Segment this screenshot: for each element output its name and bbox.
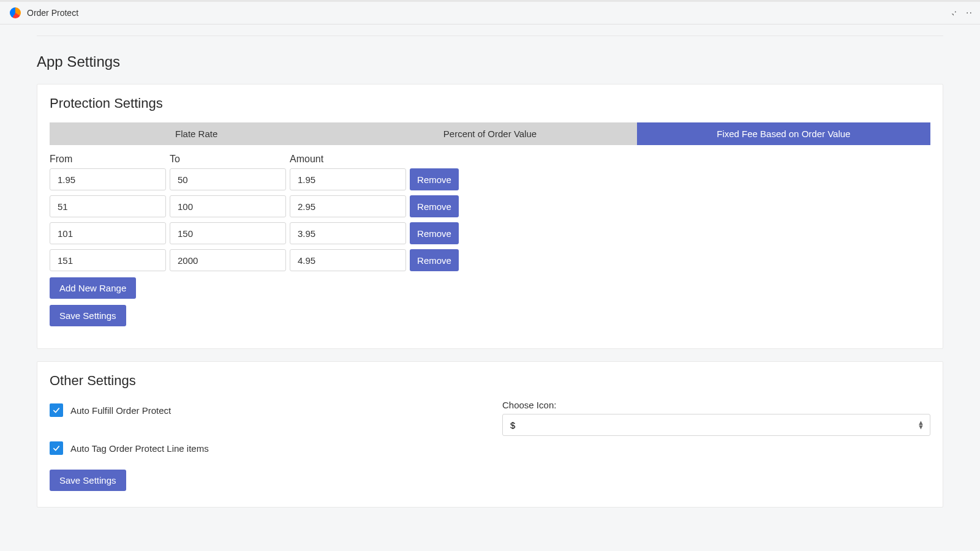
remove-range-button[interactable]: Remove [410,168,459,190]
auto-tag-row: Auto Tag Order Protect Line items [50,441,478,455]
to-input[interactable] [170,195,286,217]
check-icon [52,444,61,452]
from-input[interactable] [50,249,166,271]
tab-percent-order-value[interactable]: Percent of Order Value [343,122,636,145]
range-row: Remove [50,195,930,217]
remove-range-button[interactable]: Remove [410,249,459,271]
tab-fixed-fee-order-value[interactable]: Fixed Fee Based on Order Value [637,122,930,145]
page-title: App Settings [37,53,943,70]
auto-fulfill-label: Auto Fulfill Order Protect [70,405,171,416]
remove-range-button[interactable]: Remove [410,195,459,217]
to-input[interactable] [170,249,286,271]
range-row: Remove [50,249,930,271]
auto-fulfill-row: Auto Fulfill Order Protect [50,403,478,417]
range-headers: From To Amount [50,154,930,165]
from-input[interactable] [50,222,166,244]
header-to: To [170,154,286,165]
from-input[interactable] [50,168,166,190]
remove-range-button[interactable]: Remove [410,222,459,244]
other-settings-title: Other Settings [50,373,930,389]
header-from: From [50,154,166,165]
more-icon[interactable]: ·· [966,8,973,18]
amount-input[interactable] [290,195,406,217]
tab-flat-rate[interactable]: Flate Rate [50,122,343,145]
range-row: Remove [50,222,930,244]
auto-tag-label: Auto Tag Order Protect Line items [70,443,209,454]
save-other-settings-button[interactable]: Save Settings [50,470,126,491]
add-new-range-button[interactable]: Add New Range [50,277,136,299]
choose-icon-select[interactable]: $ [502,414,930,436]
pricing-tabs: Flate Rate Percent of Order Value Fixed … [50,122,930,145]
amount-input[interactable] [290,168,406,190]
auto-tag-checkbox[interactable] [50,441,63,455]
page: App Settings Protection Settings Flate R… [0,24,980,544]
range-row: Remove [50,168,930,190]
topbar: Order Protect ·· [0,0,980,24]
check-icon [52,406,61,414]
pin-icon[interactable] [949,9,957,17]
to-input[interactable] [170,168,286,190]
amount-input[interactable] [290,249,406,271]
protection-settings-title: Protection Settings [50,96,930,111]
to-input[interactable] [170,222,286,244]
range-rows: RemoveRemoveRemoveRemove [50,168,930,271]
choose-icon-select-wrap: $ ▲▼ [502,414,930,436]
choose-icon-label: Choose Icon: [502,400,930,410]
from-input[interactable] [50,195,166,217]
save-protection-settings-button[interactable]: Save Settings [50,305,126,326]
protection-settings-card: Protection Settings Flate Rate Percent o… [37,84,943,349]
header-amount: Amount [290,154,406,165]
topbar-right-icons: ·· [949,8,973,18]
amount-input[interactable] [290,222,406,244]
other-settings-card: Other Settings Auto Fulfill Order Protec… [37,361,943,508]
app-title: Order Protect [27,8,78,18]
auto-fulfill-checkbox[interactable] [50,403,63,417]
app-logo-icon [10,7,21,18]
